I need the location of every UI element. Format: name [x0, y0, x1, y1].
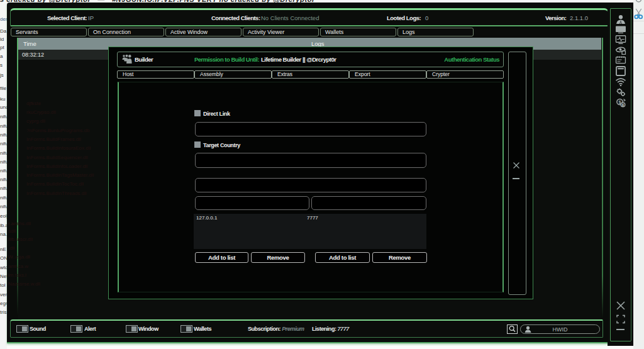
svg-text:฿: ฿: [621, 103, 624, 107]
